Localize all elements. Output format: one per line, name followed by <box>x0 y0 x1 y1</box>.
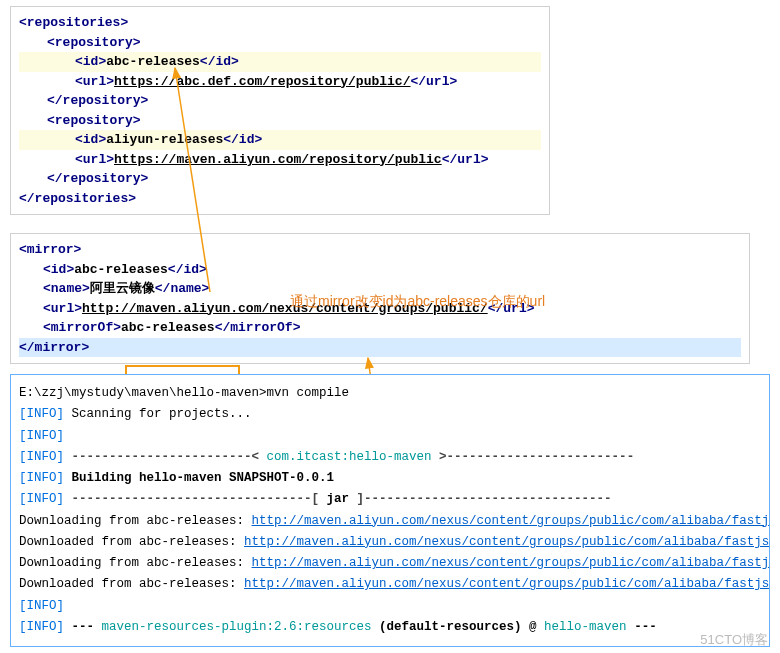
download-link[interactable]: http://maven.aliyun.com/nexus/content/gr… <box>244 577 770 591</box>
console-line: [INFO] --- maven-resources-plugin:2.6:re… <box>19 617 761 638</box>
line: </repository> <box>19 91 541 111</box>
line: </repositories> <box>19 189 541 209</box>
line: <id>abc-releases</id> <box>19 52 541 72</box>
line: </mirror> <box>19 338 741 358</box>
line: </repository> <box>19 169 541 189</box>
repositories-xml-box: <repositories> <repository> <id>abc-rele… <box>10 6 550 215</box>
line: <repository> <box>19 111 541 131</box>
console-line: [INFO] <box>19 426 761 447</box>
console-line: Downloading from abc-releases: http://ma… <box>19 553 761 574</box>
download-link[interactable]: http://maven.aliyun.com/nexus/content/gr… <box>252 514 770 528</box>
line: <mirror> <box>19 240 741 260</box>
console-line: Downloaded from abc-releases: http://mav… <box>19 532 761 553</box>
download-link[interactable]: http://maven.aliyun.com/nexus/content/gr… <box>252 556 770 570</box>
line: <mirrorOf>abc-releases</mirrorOf> <box>19 318 741 338</box>
console-line: E:\zzj\mystudy\maven\hello-maven>mvn com… <box>19 383 761 404</box>
line: <repositories> <box>19 13 541 33</box>
console-line: [INFO] ------------------------< com.itc… <box>19 447 761 468</box>
console-line: [INFO] Building hello-maven SNAPSHOT-0.0… <box>19 468 761 489</box>
console-line: [INFO] <box>19 596 761 617</box>
watermark: 51CTO博客 <box>700 631 768 649</box>
annotation-text: 通过mirror改变id为abc-releases仓库的url <box>290 293 545 311</box>
console-line: Downloaded from abc-releases: http://mav… <box>19 574 761 595</box>
console-line: [INFO] Scanning for projects... <box>19 404 761 425</box>
line: <id>aliyun-releases</id> <box>19 130 541 150</box>
download-link[interactable]: http://maven.aliyun.com/nexus/content/gr… <box>244 535 770 549</box>
console-line: Downloading from abc-releases: http://ma… <box>19 511 761 532</box>
line: <id>abc-releases</id> <box>19 260 741 280</box>
console-output-box: E:\zzj\mystudy\maven\hello-maven>mvn com… <box>10 374 770 647</box>
line: <url>https://abc.def.com/repository/publ… <box>19 72 541 92</box>
line: <url>https://maven.aliyun.com/repository… <box>19 150 541 170</box>
line: <repository> <box>19 33 541 53</box>
console-line: [INFO] --------------------------------[… <box>19 489 761 510</box>
